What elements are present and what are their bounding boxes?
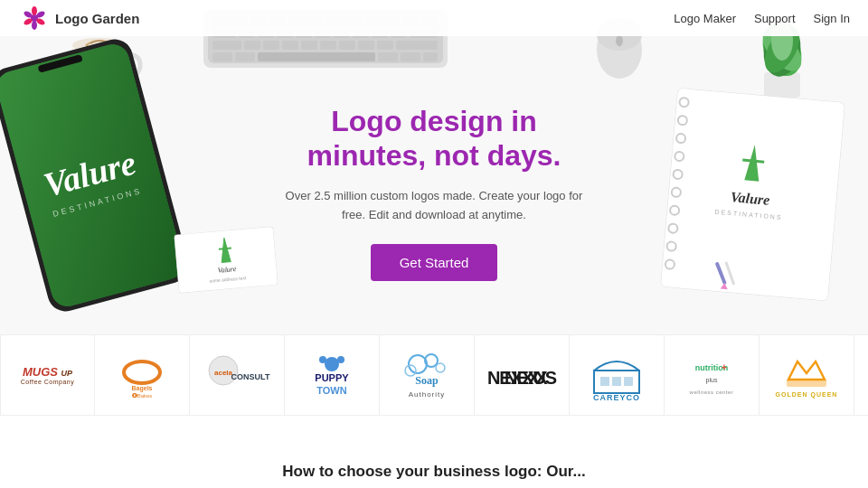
svg-rect-117 <box>612 377 621 386</box>
list-item: PUPPY TOWN <box>285 335 380 415</box>
hero-text-block: Logo design in minutes, not days. Over 2… <box>280 104 588 281</box>
golden-queen-logo: GOLDEN QUEEN <box>770 348 843 402</box>
list-item: Bagels 🅑Bakes <box>95 335 190 415</box>
list-item: GOLDEN QUEEN <box>760 335 854 415</box>
svg-text:CAREYCO: CAREYCO <box>593 393 640 402</box>
get-started-button[interactable]: Get Started <box>371 244 498 281</box>
svg-text:CONSULT: CONSULT <box>231 372 270 381</box>
list-item: SPARTAN <box>854 335 868 415</box>
svg-text:wellness center: wellness center <box>688 389 733 395</box>
svg-point-102 <box>319 356 326 363</box>
svg-text:Bagels: Bagels <box>132 385 153 392</box>
svg-text:Valure: Valure <box>217 265 237 275</box>
svg-text:acela: acela <box>214 369 233 377</box>
bottom-hint: How to choose your business logo: Our... <box>0 463 868 481</box>
mugs-up-logo: MUGS UP Coffee Company <box>21 365 74 385</box>
svg-point-57 <box>616 35 623 46</box>
svg-point-101 <box>325 357 339 371</box>
logogarden-logo-icon <box>18 2 51 34</box>
deco-business-card: Valure some address text <box>174 226 278 293</box>
logo-strip-inner: MUGS UP Coffee Company Bagels 🅑Bakes <box>0 335 868 415</box>
list-item: nutrition + plus wellness center <box>665 335 760 415</box>
svg-marker-124 <box>788 361 825 380</box>
hero-title: Logo design in minutes, not days. <box>280 104 588 174</box>
svg-rect-51 <box>378 52 398 61</box>
svg-rect-46 <box>377 41 393 50</box>
puppy-town-logo: PUPPY TOWN <box>296 351 368 400</box>
deco-phone: Valure DESTINATIONS <box>0 29 203 324</box>
svg-point-1 <box>32 6 37 15</box>
list-item: Soap Authority <box>380 335 475 415</box>
nav-logo-maker[interactable]: Logo Maker <box>674 12 736 25</box>
soap-authority-logo: Soap Authority <box>391 348 463 402</box>
svg-rect-50 <box>258 52 375 61</box>
svg-rect-53 <box>423 52 438 61</box>
svg-rect-38 <box>212 41 241 50</box>
svg-rect-42 <box>301 41 317 50</box>
svg-rect-44 <box>339 41 355 50</box>
svg-line-72 <box>219 248 231 249</box>
svg-text:🅑Bakes: 🅑Bakes <box>132 392 153 398</box>
svg-rect-125 <box>787 380 826 387</box>
nav-sign-in[interactable]: Sign In <box>814 12 850 25</box>
nutrition-plus-logo: nutrition + plus wellness center <box>674 351 750 400</box>
logo-container[interactable]: Logo Garden <box>18 2 139 34</box>
svg-line-88 <box>742 160 764 162</box>
svg-rect-49 <box>235 52 255 61</box>
hero-section: Valure DESTINATIONS Valure some address … <box>0 0 868 334</box>
bottom-hint-text: How to choose your business logo: Our... <box>282 463 585 480</box>
svg-point-95 <box>135 368 149 377</box>
svg-rect-116 <box>600 377 609 386</box>
svg-text:NEXXUS: NEXXUS <box>487 368 557 388</box>
svg-text:GOLDEN QUEEN: GOLDEN QUEEN <box>776 391 838 399</box>
logo-strip: MUGS UP Coffee Company Bagels 🅑Bakes <box>0 334 868 416</box>
careyco-logo: CAREYCO <box>580 348 653 402</box>
header: Logo Garden Logo Maker Support Sign In <box>0 0 868 36</box>
nav-support[interactable]: Support <box>754 12 796 25</box>
svg-rect-41 <box>282 41 298 50</box>
list-item: MUGS UP Coffee Company <box>0 335 95 415</box>
svg-text:TOWN: TOWN <box>316 385 346 396</box>
svg-rect-48 <box>212 52 232 61</box>
svg-rect-47 <box>396 41 438 50</box>
svg-text:+: + <box>722 362 727 372</box>
svg-text:Authority: Authority <box>409 390 446 399</box>
header-nav: Logo Maker Support Sign In <box>674 12 850 25</box>
svg-rect-45 <box>358 41 374 50</box>
list-item: CAREYCO <box>570 335 665 415</box>
svg-rect-40 <box>263 41 279 50</box>
list-item: NEX X NEXXUS <box>475 335 570 415</box>
acela-consult-logo: acela CONSULT <box>201 351 273 400</box>
svg-point-108 <box>436 363 445 372</box>
bagels-bakes-logo: Bagels 🅑Bakes <box>110 352 174 398</box>
hero-subtitle: Over 2.5 million custom logos made. Crea… <box>280 187 588 225</box>
list-item: acela CONSULT <box>190 335 285 415</box>
logo-text: Logo Garden <box>55 11 139 26</box>
svg-rect-52 <box>401 52 420 61</box>
deco-notebook: Valure DESTINATIONS <box>651 83 849 306</box>
svg-rect-118 <box>624 377 633 386</box>
svg-point-103 <box>337 356 344 363</box>
svg-point-106 <box>409 355 427 373</box>
svg-rect-39 <box>244 41 260 50</box>
svg-point-4 <box>32 21 37 30</box>
nexxus-logo: NEX X NEXXUS <box>486 357 558 393</box>
svg-text:plus: plus <box>705 377 717 384</box>
svg-text:PUPPY: PUPPY <box>315 372 349 383</box>
svg-text:Soap: Soap <box>415 374 439 387</box>
svg-rect-43 <box>320 41 336 50</box>
